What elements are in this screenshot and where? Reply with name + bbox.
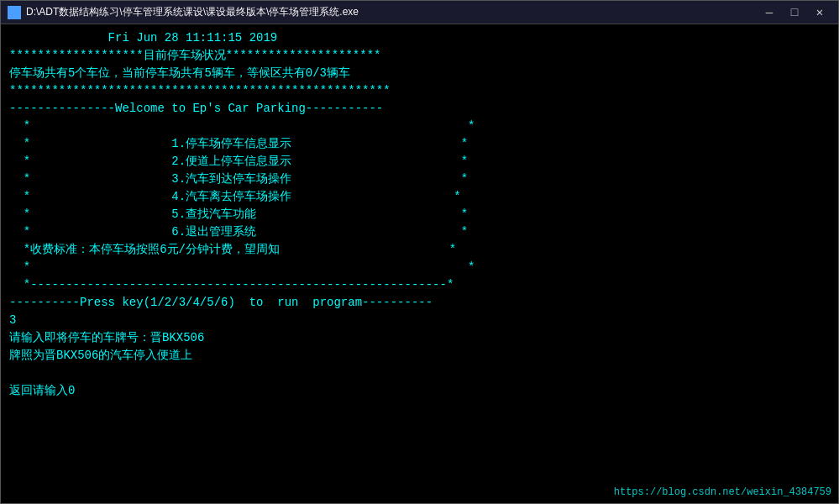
console-area: Fri Jun 28 11:11:15 2019 ***************… — [1, 24, 838, 503]
line-menu-item5: * 5.查找汽车功能 * — [9, 207, 468, 221]
svg-rect-1 — [11, 11, 18, 15]
application-window: D:\ADT数据结构练习\停车管理系统课设\课设最终版本\停车场管理系统.exe… — [0, 0, 839, 504]
maximize-button[interactable]: □ — [783, 3, 806, 22]
line-return-prompt: 返回请输入0 — [9, 384, 75, 397]
line-menu-border-bottom: * * — [9, 260, 475, 274]
title-bar: D:\ADT数据结构练习\停车管理系统课设\课设最终版本\停车场管理系统.exe… — [1, 1, 838, 24]
close-button[interactable]: ✕ — [808, 3, 831, 22]
line-menu-item3: * 3.汽车到达停车场操作 * — [9, 172, 468, 186]
line-status-header: *******************目前停车场状况**************… — [9, 49, 380, 62]
line-status-footer: ****************************************… — [9, 84, 391, 97]
line-menu-item6: * 6.退出管理系统 * — [9, 225, 468, 239]
window-title: D:\ADT数据结构练习\停车管理系统课设\课设最终版本\停车场管理系统.exe — [26, 5, 359, 19]
line-prompt-plate: 请输入即将停车的车牌号：晋BKX506 — [9, 331, 204, 344]
line-menu-item2: * 2.便道上停车信息显示 * — [9, 155, 468, 168]
line-press-key: ----------Press key(1/2/3/4/5/6) to run … — [9, 296, 433, 309]
line-menu-divider: *---------------------------------------… — [9, 278, 454, 291]
line-datetime: Fri Jun 28 11:11:15 2019 — [9, 31, 277, 45]
line-welcome: ---------------Welcome to Ep's Car Parki… — [9, 102, 383, 115]
app-icon — [8, 6, 21, 19]
line-menu-item1: * 1.停车场停车信息显示 * — [9, 137, 468, 150]
line-result-plate: 牌照为晋BKX506的汽车停入便道上 — [9, 349, 192, 362]
minimize-button[interactable]: — — [758, 3, 781, 22]
window-controls: — □ ✕ — [758, 3, 831, 22]
watermark: https://blog.csdn.net/weixin_4384759 — [614, 486, 831, 498]
console-output: Fri Jun 28 11:11:15 2019 ***************… — [9, 29, 830, 400]
line-user-input-choice: 3 — [9, 313, 16, 327]
line-status-info: 停车场共有5个车位，当前停车场共有5辆车，等候区共有0/3辆车 — [9, 66, 350, 80]
line-menu-border-top: * * — [9, 119, 475, 133]
line-fee-notice: *收费标准：本停车场按照6元/分钟计费，望周知 * — [9, 243, 456, 256]
line-menu-item4: * 4.汽车离去停车场操作 * — [9, 190, 461, 203]
title-bar-left: D:\ADT数据结构练习\停车管理系统课设\课设最终版本\停车场管理系统.exe — [8, 5, 359, 19]
